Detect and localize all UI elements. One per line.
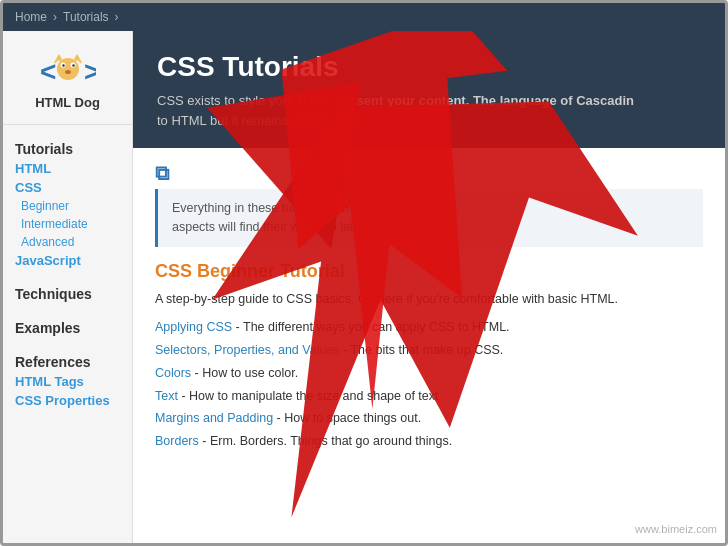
css3-badge: ⧉ <box>155 162 703 185</box>
sidebar-item-intermediate[interactable]: Intermediate <box>3 215 132 233</box>
nav-tutorials[interactable]: Tutorials <box>63 10 109 24</box>
list-item: Applying CSS - The different ways you ca… <box>155 318 703 337</box>
svg-marker-7 <box>56 54 62 59</box>
svg-point-1 <box>57 58 79 80</box>
html-dog-logo-icon: < > <box>40 49 96 93</box>
list-item: Colors - How to use color. <box>155 364 703 383</box>
page-title: CSS Tutorials <box>157 51 701 83</box>
breadcrumb-sep2: › <box>115 10 119 24</box>
sidebar-item-css[interactable]: CSS <box>3 178 132 197</box>
logo-text: HTML Dog <box>35 95 100 110</box>
content-body: ⧉ Everything in these tutorials comply w… <box>133 148 725 543</box>
list-item: Text - How to manipulate the size and sh… <box>155 387 703 406</box>
page-description: CSS exists to style your HTML present yo… <box>157 91 701 130</box>
link-applying-css[interactable]: Applying CSS <box>155 320 232 334</box>
svg-point-4 <box>62 64 64 66</box>
sidebar-references-label: References <box>3 348 132 372</box>
link-borders[interactable]: Borders <box>155 434 199 448</box>
sidebar-tutorials-label: Tutorials <box>3 135 132 159</box>
sidebar-item-advanced[interactable]: Advanced <box>3 233 132 251</box>
svg-marker-8 <box>74 54 80 59</box>
link-colors[interactable]: Colors <box>155 366 191 380</box>
sidebar-item-css-properties[interactable]: CSS Properties <box>3 391 132 410</box>
link-text[interactable]: Text <box>155 389 178 403</box>
sidebar-examples-label: Examples <box>3 314 132 338</box>
sidebar-logo: < > HTML Dog <box>3 41 132 125</box>
nav-home[interactable]: Home <box>15 10 47 24</box>
sidebar: < > HTML Dog Tutoria <box>3 31 133 543</box>
link-margins[interactable]: Margins and Padding <box>155 411 273 425</box>
svg-point-6 <box>65 70 71 74</box>
sidebar-techniques-label: Techniques <box>3 280 132 304</box>
svg-text:>: > <box>84 56 96 87</box>
beginner-section-desc: A step-by-step guide to CSS basics. Go h… <box>155 290 703 309</box>
info-box: Everything in these tutorials comply w……… <box>155 189 703 247</box>
content-area: CSS Tutorials CSS exists to style your H… <box>133 31 725 543</box>
svg-point-5 <box>72 64 74 66</box>
top-navigation: Home › Tutorials › <box>3 3 725 31</box>
beginner-section-heading: CSS Beginner Tutorial <box>155 261 703 282</box>
page-header: CSS Tutorials CSS exists to style your H… <box>133 31 725 148</box>
sidebar-item-html-tags[interactable]: HTML Tags <box>3 372 132 391</box>
sidebar-item-beginner[interactable]: Beginner <box>3 197 132 215</box>
link-selectors[interactable]: Selectors, Properties, and Values <box>155 343 340 357</box>
list-item: Borders - Erm. Borders. Things that go a… <box>155 432 703 451</box>
beginner-links-list: Applying CSS - The different ways you ca… <box>155 318 703 451</box>
sidebar-item-javascript[interactable]: JavaScript <box>3 251 132 270</box>
breadcrumb-sep1: › <box>53 10 57 24</box>
list-item: Margins and Padding - How to space thing… <box>155 409 703 428</box>
svg-text:<: < <box>40 56 56 87</box>
sidebar-item-html[interactable]: HTML <box>3 159 132 178</box>
list-item: Selectors, Properties, and Values - The … <box>155 341 703 360</box>
